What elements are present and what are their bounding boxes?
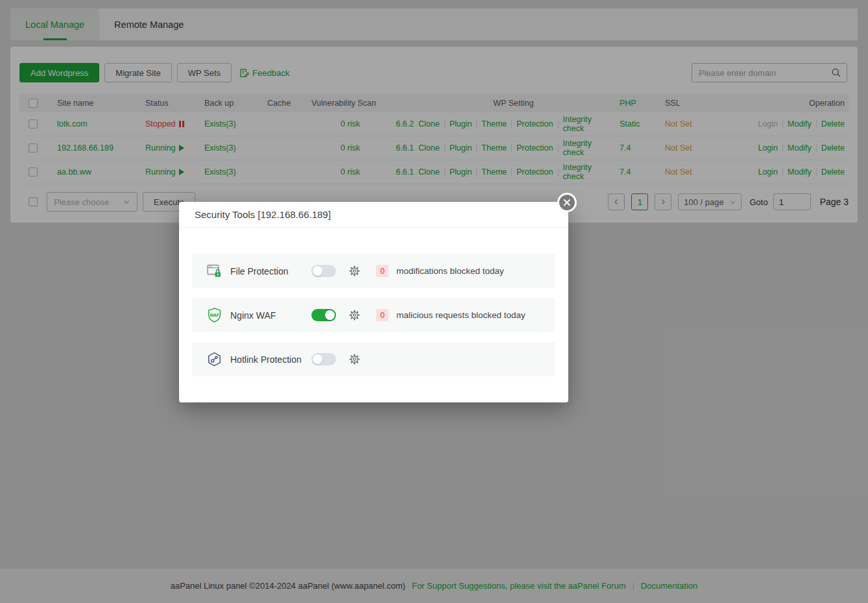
waf-shield-icon: WAF	[206, 307, 223, 323]
blocked-count-badge: 0	[376, 309, 389, 321]
hotlink-protection-toggle[interactable]	[311, 353, 336, 365]
tool-label: File Protection	[230, 266, 311, 277]
tool-description: malicious requests blocked today	[396, 310, 525, 320]
security-tool-row-nginx-waf: WAF Nginx WAF 0 malicious requests block…	[192, 298, 555, 332]
gear-icon[interactable]	[348, 265, 361, 277]
close-button[interactable]	[557, 193, 577, 212]
svg-text:WAF: WAF	[210, 313, 219, 317]
security-tool-row-file-protection: File Protection 0 modifications blocked …	[192, 254, 555, 288]
tool-description: modifications blocked today	[396, 266, 504, 276]
blocked-count-badge: 0	[376, 265, 389, 277]
file-protection-icon	[206, 263, 223, 279]
close-icon	[563, 199, 571, 206]
tool-label: Hotlink Protection	[230, 354, 311, 365]
nginx-waf-toggle[interactable]	[311, 309, 336, 321]
gear-icon[interactable]	[348, 309, 361, 321]
hotlink-icon	[206, 351, 223, 367]
app-root: Local Manage Remote Manage Add Wordpress…	[0, 0, 868, 603]
file-protection-toggle[interactable]	[311, 265, 336, 277]
modal-title: Security Tools [192.168.66.189]	[179, 202, 568, 228]
tool-label: Nginx WAF	[230, 310, 311, 321]
security-tools-modal: Security Tools [192.168.66.189] File Pro…	[179, 202, 568, 402]
security-tool-row-hotlink-protection: Hotlink Protection	[192, 342, 555, 376]
gear-icon[interactable]	[348, 353, 361, 365]
